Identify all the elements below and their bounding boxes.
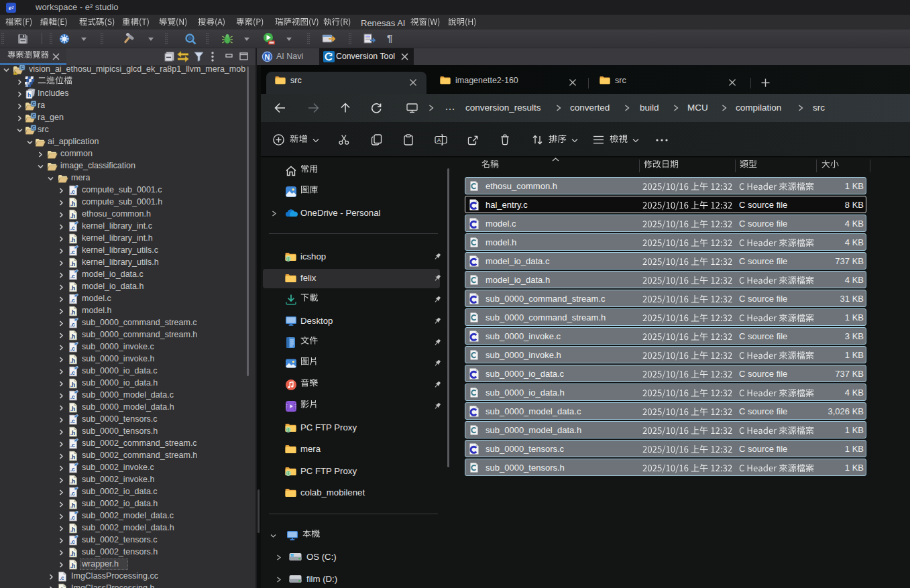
svg-text:.h: .h <box>70 406 76 412</box>
svg-text:e²: e² <box>9 5 14 11</box>
svg-text:.h: .h <box>70 550 76 557</box>
svg-text:.h: .h <box>70 261 76 268</box>
svg-text:.c: .c <box>70 297 75 304</box>
svg-text:.h: .h <box>70 478 76 485</box>
svg-text:.c: .c <box>70 442 75 449</box>
svg-text:.c: .c <box>70 418 75 424</box>
svg-text:.h: .h <box>70 309 76 316</box>
svg-text:h: h <box>27 93 31 99</box>
svg-text:.c: .c <box>70 538 75 545</box>
svg-text:.c: .c <box>70 369 75 376</box>
svg-text:N: N <box>265 53 270 61</box>
svg-text:.h: .h <box>70 285 76 292</box>
svg-text:A: A <box>437 137 441 143</box>
svg-text:.h: .h <box>70 357 76 364</box>
svg-text:.c: .c <box>70 345 75 352</box>
svg-text:C: C <box>32 101 36 106</box>
svg-text:.c: .c <box>70 321 75 328</box>
svg-text:.h: .h <box>70 381 76 388</box>
svg-text:.h: .h <box>70 454 76 461</box>
svg-text:C: C <box>32 113 36 118</box>
svg-text:C: C <box>32 125 36 130</box>
svg-text:.c: .c <box>70 225 75 231</box>
svg-text:.h: .h <box>70 200 76 207</box>
svg-text:.c: .c <box>60 575 64 581</box>
svg-text:.h: .h <box>70 333 76 340</box>
svg-text:.c: .c <box>70 188 75 195</box>
svg-text:.c: .c <box>70 490 75 497</box>
svg-text:.c: .c <box>70 394 75 400</box>
svg-text:.h: .h <box>70 430 76 436</box>
svg-text:.c: .c <box>70 273 75 280</box>
svg-text:.c: .c <box>70 466 75 473</box>
svg-text:.h: .h <box>70 237 76 243</box>
svg-text:.h: .h <box>70 213 76 219</box>
svg-text:.c: .c <box>70 249 75 255</box>
svg-text:.h: .h <box>70 526 76 533</box>
svg-text:C: C <box>21 65 24 70</box>
svg-text:.h: .h <box>70 502 76 509</box>
svg-text:.c: .c <box>70 514 75 521</box>
svg-text:.h: .h <box>70 563 76 569</box>
